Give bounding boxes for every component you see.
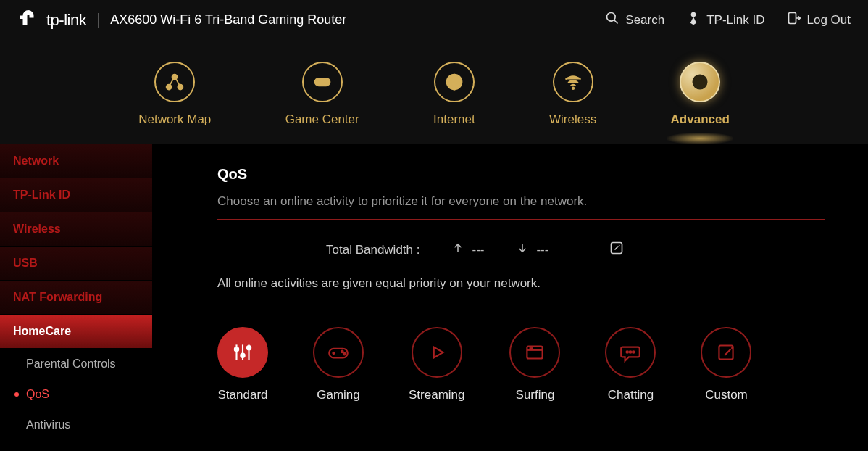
tplink-logo-icon — [17, 8, 39, 33]
browser-icon — [509, 327, 560, 378]
qos-modes: Standard Gaming Streaming Surfing — [217, 327, 825, 402]
svg-marker-32 — [433, 347, 443, 358]
sidebar-item-tplink-id[interactable]: TP-Link ID — [0, 178, 152, 212]
svg-line-1 — [614, 20, 618, 24]
logout-label: Log Out — [807, 13, 851, 28]
nav-label: Game Center — [285, 112, 359, 127]
qos-panel: QoS Choose an online activity to priorit… — [152, 144, 868, 451]
play-icon — [412, 327, 462, 378]
edit-square-icon — [701, 327, 751, 378]
divider — [98, 13, 99, 28]
arrow-down-icon — [516, 241, 529, 258]
sidebar-item-wireless[interactable]: Wireless — [0, 212, 152, 247]
sidebar-sub-antivirus[interactable]: Antivirus — [0, 410, 152, 440]
chat-icon — [605, 327, 656, 378]
user-pin-icon — [686, 11, 701, 29]
main-nav: Network Map Game Center Internet Wireles… — [0, 40, 868, 144]
mode-label: Surfing — [516, 388, 555, 402]
bandwidth-down-value: --- — [536, 243, 548, 257]
svg-point-38 — [633, 351, 635, 353]
svg-point-12 — [324, 80, 326, 82]
mode-label: Chatting — [608, 388, 654, 402]
content-area: Network TP-Link ID Wireless USB NAT Forw… — [0, 144, 868, 451]
svg-point-26 — [247, 346, 251, 349]
svg-point-5 — [167, 85, 172, 90]
mode-label: Standard — [218, 388, 268, 402]
svg-point-17 — [572, 87, 574, 89]
top-bar: tp-link AX6600 Wi-Fi 6 Tri-Band Gaming R… — [0, 0, 868, 40]
brand-text: tp-link — [46, 11, 86, 30]
mode-label: Streaming — [409, 388, 464, 402]
edit-bandwidth-button[interactable] — [609, 241, 624, 259]
svg-point-24 — [235, 347, 238, 351]
network-map-icon — [154, 62, 195, 102]
nav-label: Wireless — [549, 112, 596, 127]
svg-point-30 — [341, 351, 343, 353]
mode-label: Custom — [705, 388, 748, 402]
nav-label: Internet — [433, 112, 475, 127]
mode-label: Gaming — [317, 388, 360, 402]
brand-group: tp-link — [17, 8, 86, 33]
svg-line-7 — [170, 79, 173, 85]
tplink-id-action[interactable]: TP-Link ID — [686, 11, 764, 29]
panel-title: QoS — [217, 166, 825, 183]
gear-core-icon — [680, 62, 720, 102]
nav-wireless[interactable]: Wireless — [549, 62, 596, 127]
gamepad-icon — [302, 62, 343, 102]
svg-point-31 — [343, 353, 346, 355]
search-label: Search — [625, 13, 664, 28]
mode-custom[interactable]: Custom — [701, 327, 751, 402]
nav-label: Advanced — [671, 112, 730, 127]
svg-point-37 — [630, 351, 632, 353]
edit-icon — [609, 244, 624, 258]
svg-point-6 — [178, 85, 183, 90]
svg-point-25 — [241, 354, 244, 357]
svg-rect-39 — [719, 345, 733, 359]
gamepad2-icon — [313, 327, 364, 378]
sliders-icon — [217, 327, 268, 378]
svg-line-8 — [176, 79, 179, 85]
svg-rect-3 — [788, 13, 796, 24]
arrow-up-icon — [451, 241, 464, 258]
mode-surfing[interactable]: Surfing — [509, 327, 560, 402]
sidebar-sub-qos[interactable]: QoS — [0, 379, 152, 410]
bandwidth-up-value: --- — [472, 243, 484, 257]
sidebar-item-usb[interactable]: USB — [0, 247, 152, 281]
search-action[interactable]: Search — [605, 11, 664, 29]
nav-label: Network Map — [138, 112, 211, 127]
mode-chatting[interactable]: Chatting — [605, 327, 656, 402]
logout-action[interactable]: Log Out — [787, 11, 851, 29]
sidebar-item-network[interactable]: Network — [0, 144, 152, 178]
tplink-id-label: TP-Link ID — [706, 13, 764, 28]
wifi-icon — [553, 62, 593, 102]
sidebar-sub-parental-controls[interactable]: Parental Controls — [0, 349, 152, 379]
search-icon — [605, 11, 619, 29]
svg-point-13 — [325, 82, 327, 84]
bandwidth-label: Total Bandwidth : — [326, 243, 420, 257]
svg-point-19 — [698, 80, 703, 85]
sidebar: Network TP-Link ID Wireless USB NAT Forw… — [0, 144, 152, 451]
panel-description: Choose an online activity to prioritize … — [217, 194, 825, 220]
svg-point-36 — [627, 351, 629, 353]
logout-icon — [787, 11, 801, 29]
bandwidth-up: --- — [451, 241, 484, 258]
mode-gaming[interactable]: Gaming — [313, 327, 364, 402]
sidebar-item-homecare[interactable]: HomeCare — [0, 315, 152, 349]
sidebar-item-nat-forwarding[interactable]: NAT Forwarding — [0, 281, 152, 315]
svg-point-2 — [691, 12, 696, 17]
globe-icon — [434, 62, 475, 102]
nav-game-center[interactable]: Game Center — [285, 62, 359, 127]
svg-point-0 — [607, 13, 616, 22]
mode-streaming[interactable]: Streaming — [409, 327, 464, 402]
bandwidth-down: --- — [516, 241, 548, 258]
bandwidth-row: Total Bandwidth : --- --- — [217, 241, 825, 259]
qos-status-text: All online activities are given equal pr… — [217, 276, 825, 291]
nav-advanced[interactable]: Advanced — [671, 62, 730, 127]
mode-standard[interactable]: Standard — [217, 327, 268, 402]
nav-internet[interactable]: Internet — [433, 62, 475, 127]
product-name: AX6600 Wi-Fi 6 Tri-Band Gaming Router — [110, 12, 346, 28]
nav-network-map[interactable]: Network Map — [138, 62, 211, 127]
